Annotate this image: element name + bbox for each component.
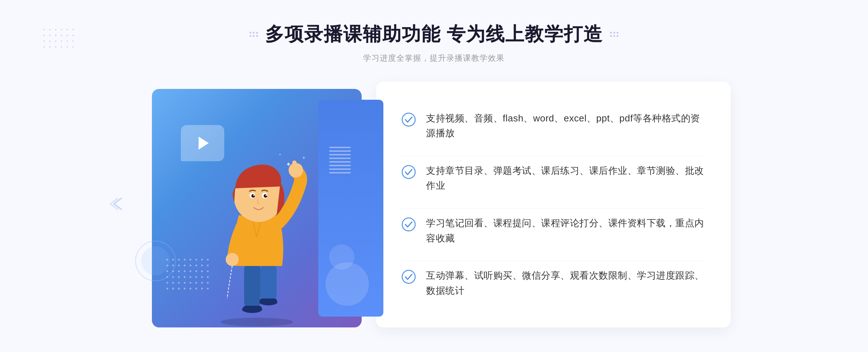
svg-point-25 — [402, 218, 415, 231]
svg-point-22 — [141, 246, 170, 275]
page-container: 多项录播课辅助功能 专为线上教学打造 学习进度全掌握，提升录播课教学效果 — [0, 0, 868, 352]
background-dots — [43, 29, 75, 49]
svg-point-16 — [253, 194, 255, 196]
title-row: 多项录播课辅助功能 专为线上教学打造 — [250, 22, 618, 47]
feature-item-3: 学习笔记回看、课程提问、课程评论打分、课件资料下载，重点内容收藏 — [401, 208, 705, 253]
svg-point-14 — [251, 194, 255, 198]
check-icon-3 — [401, 217, 416, 232]
svg-point-24 — [402, 166, 415, 179]
svg-rect-6 — [260, 299, 277, 304]
header-section: 多项录播课辅助功能 专为线上教学打造 学习进度全掌握，提升录播课教学效果 — [250, 22, 618, 64]
feature-text-2: 支持章节目录、弹题考试、课后练习、课后作业、章节测验、批改作业 — [426, 163, 705, 193]
check-icon-4 — [401, 270, 416, 284]
feature-item-4: 互动弹幕、试听购买、微信分享、观看次数限制、学习进度跟踪、数据统计 — [401, 261, 705, 305]
svg-text:✦: ✦ — [278, 153, 281, 156]
illustration-card: ✦ ✦ ✦ — [152, 89, 362, 327]
check-icon-2 — [401, 165, 416, 179]
svg-point-15 — [264, 194, 267, 198]
main-subtitle: 学习进度全掌握，提升录播课教学效果 — [250, 53, 618, 64]
title-decoration-right — [610, 32, 618, 37]
deco-circle-small — [329, 244, 354, 270]
title-decoration-left — [250, 32, 258, 37]
svg-text:✦: ✦ — [302, 155, 306, 160]
svg-rect-1 — [244, 262, 260, 309]
left-image-section: ✦ ✦ ✦ — [137, 82, 369, 327]
svg-point-23 — [402, 113, 415, 126]
feature-text-4: 互动弹幕、试听购买、微信分享、观看次数限制、学习进度跟踪、数据统计 — [426, 268, 705, 298]
feature-text-1: 支持视频、音频、flash、word、excel、ppt、pdf等各种格式的资源… — [426, 111, 705, 141]
svg-point-26 — [402, 270, 415, 283]
left-deco-circles — [134, 239, 177, 284]
check-icon-1 — [401, 112, 416, 127]
svg-point-17 — [265, 194, 267, 196]
svg-text:✦: ✦ — [286, 161, 291, 168]
svg-rect-4 — [243, 306, 262, 311]
feature-item-2: 支持章节目录、弹题考试、课后练习、课后作业、章节测验、批改作业 — [401, 156, 705, 201]
person-illustration: ✦ ✦ ✦ — [188, 125, 326, 327]
svg-point-9 — [226, 253, 239, 266]
svg-point-0 — [221, 318, 293, 326]
feature-text-3: 学习笔记回看、课程提问、课程评论打分、课件资料下载，重点内容收藏 — [426, 216, 705, 246]
svg-rect-8 — [292, 160, 297, 172]
svg-rect-2 — [260, 262, 277, 302]
feature-item-1: 支持视频、音频、flash、word、excel、ppt、pdf等各种格式的资源… — [401, 104, 705, 148]
main-title: 多项录播课辅助功能 专为线上教学打造 — [265, 22, 603, 47]
stripe-decoration — [329, 147, 351, 183]
features-panel: 支持视频、音频、flash、word、excel、ppt、pdf等各种格式的资源… — [376, 82, 731, 327]
content-area: ✦ ✦ ✦ — [137, 82, 731, 327]
chevron-left-decoration — [109, 195, 127, 214]
deco-circle-large — [326, 262, 369, 306]
